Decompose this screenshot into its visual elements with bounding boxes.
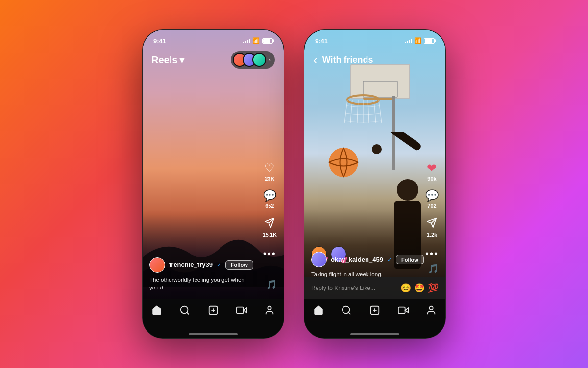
- like-count-1: 23K: [265, 176, 274, 182]
- status-icons-2: 📶: [405, 37, 435, 44]
- svg-line-33: [379, 100, 382, 123]
- reels-label: Reels: [151, 54, 177, 66]
- music-icon-1: 🎵: [266, 279, 277, 290]
- wifi-icon-2: 📶: [414, 37, 421, 44]
- phone-2: 9:41 📶 ‹ With friends: [304, 29, 446, 339]
- comment-icon-2: 💬: [425, 190, 439, 201]
- caption-1: The otherworldly feeling you get when yo…: [149, 276, 254, 291]
- home-indicator-1: [189, 333, 238, 335]
- svg-point-21: [268, 306, 271, 310]
- reply-emoji-2[interactable]: 🤩: [414, 283, 425, 293]
- share-action-1[interactable]: 15.1K: [263, 217, 277, 237]
- like-action-2[interactable]: ❤ 90k: [427, 162, 437, 182]
- signal-icon-1: [243, 38, 250, 43]
- battery-icon-2: [424, 38, 435, 44]
- svg-point-38: [372, 144, 382, 154]
- svg-point-41: [343, 306, 350, 314]
- top-nav-1: Reels ▾ ›: [143, 48, 284, 72]
- nav-reels-1[interactable]: [236, 305, 247, 315]
- wifi-icon-1: 📶: [252, 37, 260, 44]
- comment-count-2: 702: [427, 203, 436, 209]
- share-count-2: 1.2k: [427, 232, 437, 237]
- with-friends-title: With friends: [322, 55, 373, 65]
- nav-home-2[interactable]: [313, 305, 324, 315]
- svg-marker-19: [243, 308, 246, 312]
- heart-icon-2: ❤: [427, 162, 437, 174]
- comment-icon-1: 💬: [263, 190, 276, 201]
- status-bar-2: 9:41 📶: [304, 30, 445, 48]
- status-bar-1: 9:41 📶: [143, 30, 284, 48]
- signal-icon-2: [405, 38, 412, 43]
- status-time-1: 9:41: [153, 37, 166, 45]
- reply-emoji-3[interactable]: 💯: [428, 283, 439, 293]
- more-action-2[interactable]: •••: [425, 246, 439, 260]
- reply-emojis: 😊 🤩 💯: [400, 283, 439, 293]
- nav-search-2[interactable]: [341, 305, 352, 315]
- reply-bar[interactable]: Reply to Kristine's Like... 😊 🤩 💯: [304, 277, 445, 299]
- nav-home-1[interactable]: [151, 305, 162, 315]
- phone-1: 9:41 📶 Reels ▾: [142, 29, 284, 339]
- svg-rect-47: [398, 307, 405, 314]
- bottom-info-2: okay_kaiden_459 ✓ Follow Taking flight i…: [311, 252, 416, 278]
- svg-line-42: [349, 312, 351, 314]
- nav-add-1[interactable]: [208, 305, 219, 315]
- nav-search-1[interactable]: [179, 305, 190, 315]
- svg-rect-20: [236, 307, 243, 314]
- share-action-2[interactable]: 1.2k: [426, 217, 437, 237]
- svg-marker-46: [405, 308, 408, 312]
- like-count-2: 90k: [427, 176, 436, 182]
- svg-rect-37: [386, 132, 422, 152]
- like-action-1[interactable]: ♡ 23K: [264, 162, 275, 182]
- user-row-1: frenchie_fry39 ✓ Follow: [149, 257, 254, 273]
- nav-profile-2[interactable]: [426, 305, 437, 315]
- nav-reels-2[interactable]: [398, 305, 409, 315]
- music-icon-2: 🎵: [428, 263, 439, 274]
- svg-point-36: [397, 179, 418, 201]
- battery-icon-1: [262, 38, 273, 44]
- svg-line-27: [344, 100, 347, 123]
- verified-badge-2: ✓: [387, 256, 392, 263]
- friend-group-chevron-icon: ›: [269, 57, 271, 63]
- status-icons-1: 📶: [243, 37, 273, 44]
- user-avatar-2: [311, 252, 327, 267]
- share-icon-2: [426, 217, 437, 230]
- status-time-2: 9:41: [315, 37, 328, 45]
- share-count-1: 15.1K: [263, 232, 277, 237]
- friend-avatar-3: [252, 53, 266, 67]
- top-nav-2: ‹ With friends: [304, 48, 445, 72]
- more-action-1[interactable]: •••: [263, 246, 276, 260]
- verified-badge-1: ✓: [217, 262, 221, 268]
- bottom-nav-2: [304, 299, 445, 338]
- comment-count-1: 652: [265, 203, 274, 209]
- follow-button-1[interactable]: Follow: [225, 260, 253, 270]
- reels-chevron-icon: ▾: [179, 54, 184, 66]
- nav-add-2[interactable]: [369, 305, 380, 315]
- user-avatar-1: [149, 257, 165, 273]
- more-dots-icon-2: •••: [425, 248, 439, 260]
- back-button[interactable]: ‹: [313, 53, 318, 68]
- bottom-nav-1: [143, 299, 284, 338]
- follow-button-2[interactable]: Follow: [396, 255, 424, 264]
- username-2[interactable]: okay_kaiden_459: [331, 256, 383, 263]
- nav-profile-1[interactable]: [264, 305, 275, 315]
- right-actions-1: ♡ 23K 💬 652 15.1K •••: [263, 162, 277, 260]
- svg-point-14: [181, 306, 188, 314]
- home-indicator-2: [350, 333, 399, 335]
- back-icon: ‹: [313, 53, 318, 68]
- friend-group-btn[interactable]: ›: [231, 51, 275, 69]
- username-1[interactable]: frenchie_fry39: [169, 261, 213, 268]
- right-actions-2: ❤ 90k 💬 702 1.2k •••: [425, 162, 439, 260]
- svg-point-48: [430, 306, 433, 310]
- reply-input[interactable]: Reply to Kristine's Like...: [311, 285, 395, 291]
- reels-title[interactable]: Reels ▾: [151, 54, 184, 66]
- user-row-2: okay_kaiden_459 ✓ Follow: [311, 252, 416, 267]
- share-icon-1: [264, 217, 275, 230]
- comment-action-1[interactable]: 💬 652: [263, 190, 276, 209]
- heart-icon-1: ♡: [264, 162, 275, 174]
- svg-line-15: [187, 312, 189, 314]
- reply-emoji-1[interactable]: 😊: [400, 283, 411, 293]
- svg-point-34: [329, 148, 358, 177]
- comment-action-2[interactable]: 💬 702: [425, 190, 439, 209]
- bottom-info-1: frenchie_fry39 ✓ Follow The otherworldly…: [149, 257, 254, 291]
- more-dots-icon-1: •••: [263, 248, 276, 260]
